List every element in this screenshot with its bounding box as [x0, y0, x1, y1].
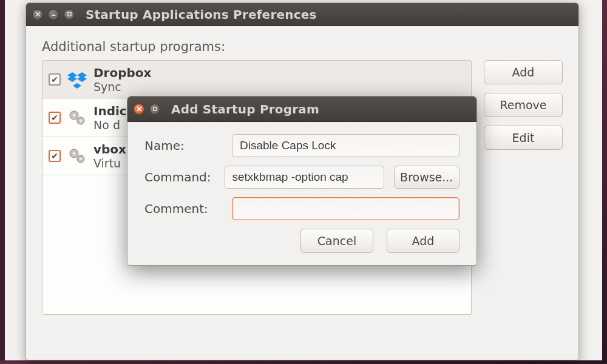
- close-icon[interactable]: [134, 104, 144, 115]
- svg-rect-0: [67, 13, 70, 16]
- item-subtitle: Sync: [93, 80, 151, 93]
- dialog-titlebar[interactable]: Add Startup Program: [127, 96, 476, 122]
- add-button[interactable]: Add: [484, 60, 563, 84]
- svg-point-9: [80, 120, 82, 122]
- gears-icon: [67, 107, 87, 128]
- svg-point-11: [73, 152, 76, 155]
- main-titlebar[interactable]: Startup Applications Preferences: [26, 3, 578, 26]
- svg-marker-5: [73, 83, 81, 89]
- browse-button[interactable]: Browse...: [394, 166, 459, 189]
- item-subtitle: Virtu: [93, 157, 126, 170]
- maximize-icon[interactable]: [149, 104, 160, 115]
- close-icon[interactable]: [32, 9, 43, 20]
- item-title: vbox: [93, 142, 126, 157]
- section-label: Additional startup programs:: [42, 39, 563, 54]
- side-buttons: Add Remove Edit: [484, 60, 563, 150]
- item-subtitle: No d: [93, 118, 127, 132]
- svg-marker-4: [77, 76, 87, 82]
- item-title: Dropbox: [93, 66, 151, 80]
- dialog-body: Name: Command: Browse... Comment: Cancel…: [127, 122, 476, 265]
- dropbox-icon: [67, 69, 87, 90]
- remove-button[interactable]: Remove: [484, 93, 563, 117]
- main-window-title: Startup Applications Preferences: [86, 7, 317, 22]
- name-label: Name:: [144, 138, 222, 153]
- dialog-title: Add Startup Program: [171, 102, 319, 116]
- comment-input[interactable]: [232, 197, 459, 220]
- list-item[interactable]: ✔ Dropbox Sync: [42, 61, 471, 99]
- gears-icon: [67, 146, 87, 166]
- checkbox[interactable]: ✔: [49, 73, 61, 86]
- dialog-add-button[interactable]: Add: [387, 229, 459, 253]
- item-title: Indic: [93, 104, 127, 118]
- svg-marker-3: [67, 76, 77, 82]
- minimize-icon[interactable]: [48, 9, 59, 20]
- maximize-icon[interactable]: [64, 9, 75, 20]
- svg-rect-14: [153, 107, 156, 110]
- cancel-button[interactable]: Cancel: [300, 229, 373, 253]
- checkbox[interactable]: ✔: [49, 112, 61, 124]
- svg-point-13: [80, 158, 82, 160]
- command-label: Command:: [144, 170, 215, 184]
- name-input[interactable]: [232, 134, 459, 157]
- svg-point-7: [73, 114, 76, 117]
- edit-button[interactable]: Edit: [484, 126, 563, 150]
- checkbox[interactable]: ✔: [49, 150, 61, 162]
- comment-label: Comment:: [144, 201, 222, 216]
- add-startup-program-dialog: Add Startup Program Name: Command: Brows…: [127, 96, 477, 266]
- command-input[interactable]: [225, 166, 384, 189]
